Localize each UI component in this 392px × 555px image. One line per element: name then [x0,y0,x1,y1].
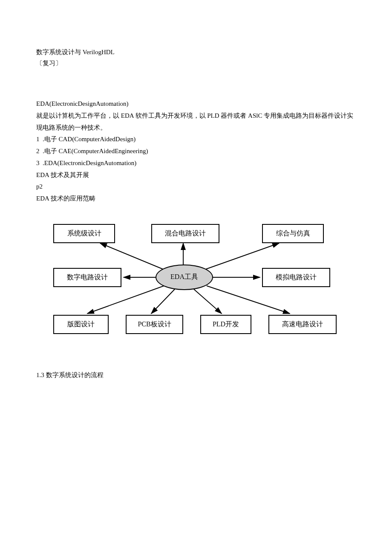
svg-line-7 [194,289,222,314]
doc-title: 数字系统设计与 VerilogHDL [36,47,356,57]
node-mixed-circuit: 混合电路设计 [151,224,219,243]
node-system-design: 系统级设计 [53,224,115,243]
section-1-3-heading: 1.3 数字系统设计的流程 [36,371,356,379]
eda-dev-line: EDA 技术及其开展 [36,169,356,181]
p2-line: p2 [36,181,356,193]
list-item: 3 .EDA(ElectronicDesignAutomation) [36,157,356,169]
svg-line-8 [207,286,290,314]
svg-line-6 [151,289,175,314]
list-text: .电子 CAD(ComputerAidedDesign) [43,136,135,142]
list-item: 1 .电子 CAD(ComputerAidedDesign) [36,134,356,145]
svg-line-0 [100,243,164,270]
eda-scope-line: EDA 技术的应用范畴 [36,193,356,205]
node-highspeed: 高速电路设计 [268,315,337,334]
node-center-eda-tool: EDA工具 [156,264,213,290]
node-analog-circuit: 模拟电路设计 [262,268,330,287]
eda-heading: EDA(ElectronicDesignAutomation) [36,98,356,110]
list-text: .EDA(ElectronicDesignAutomation) [43,160,136,166]
list-item: 2 .电子 CAE(ComputerAidedEngineering) [36,145,356,157]
node-synth-sim: 综合与仿真 [262,224,324,243]
doc-subtitle: 〔复习〕 [36,58,356,68]
list-num: 2 [36,148,40,154]
list-num: 1 [36,136,40,142]
node-pld: PLD开发 [200,315,251,334]
list-num: 3 [36,160,40,166]
svg-line-5 [87,286,164,314]
node-layout: 版图设计 [53,315,109,334]
eda-diagram: 系统级设计 混合电路设计 综合与仿真 数字电路设计 EDA工具 模拟电路设计 版… [43,222,362,346]
node-digital-circuit: 数字电路设计 [53,268,121,287]
list-text: .电子 CAE(ComputerAidedEngineering) [43,148,148,154]
svg-line-2 [205,243,279,270]
node-pcb: PCB板设计 [126,315,183,334]
eda-definition: 就是以计算机为工作平台，以 EDA 软件工具为开发环境，以 PLD 器件或者 A… [36,110,356,134]
